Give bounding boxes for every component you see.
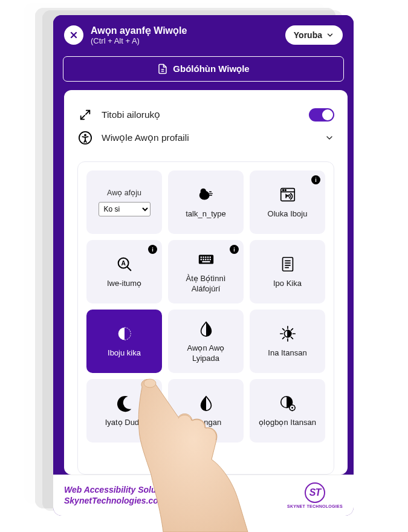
logo-caption: SKYNET TECHNOLOGIES xyxy=(287,504,343,508)
tile-invert-colors[interactable]: Awọn Awọ Lyipada xyxy=(168,310,244,373)
browser-audio-icon xyxy=(278,185,297,204)
info-badge[interactable]: i xyxy=(148,245,157,254)
footer-line2: SkynetTechnologies.com xyxy=(64,496,185,507)
profiles-row[interactable]: Wiwọle Awọn profaili xyxy=(77,126,334,149)
tile-label: ọlọgbọn Itansan xyxy=(259,418,316,427)
tile-screen-reader[interactable]: i Oluka Iboju xyxy=(250,170,325,234)
tile-label: Awọn Awọ Lyipada xyxy=(173,343,239,363)
svg-rect-23 xyxy=(209,259,210,260)
invert-icon xyxy=(196,319,216,339)
header-text: Awọn ayanfẹ Wiwọle (Ctrl + Alt + A) xyxy=(91,25,278,45)
colorblind-select[interactable]: Ko si xyxy=(99,202,151,216)
tiles-grid: Awọ afọju Ko si talk_n_type i xyxy=(86,170,325,443)
svg-rect-22 xyxy=(207,259,208,260)
svg-rect-20 xyxy=(202,259,204,260)
tile-label: Ipo Kika xyxy=(273,279,302,288)
tile-label: talk_n_type xyxy=(186,209,226,219)
tile-dark-contrast[interactable]: Iyatọ Dudu xyxy=(86,379,162,443)
language-label: Yoruba xyxy=(294,30,322,40)
svg-point-8 xyxy=(282,190,283,191)
mask-icon xyxy=(115,324,134,343)
tile-reading-mask[interactable]: Iboju kika xyxy=(86,310,162,373)
svg-rect-17 xyxy=(207,257,208,258)
svg-rect-18 xyxy=(209,257,210,258)
oversize-toggle[interactable] xyxy=(309,108,334,122)
tile-smart-contrast[interactable]: ọlọgbọn Itansan xyxy=(250,379,325,443)
info-badge[interactable]: i xyxy=(230,245,239,254)
chevron-down-icon xyxy=(325,133,334,143)
svg-rect-16 xyxy=(205,257,206,258)
tiles-container: Awọ afọju Ko si talk_n_type i xyxy=(77,161,334,475)
svg-text:A: A xyxy=(121,260,126,267)
close-button[interactable] xyxy=(64,25,83,45)
tile-label: Àtẹ Bọ́tìnnì Aláfojúrí xyxy=(173,274,239,294)
svg-rect-14 xyxy=(200,257,201,258)
content-area: Titobi ailorukọ Wiwọle Awọn profaili Awọ… xyxy=(64,90,348,475)
info-badge[interactable]: i xyxy=(311,175,320,184)
contrast-gear-icon xyxy=(278,394,297,413)
panel-header: Awọn ayanfẹ Wiwọle (Ctrl + Alt + A) Yoru… xyxy=(53,15,354,56)
statement-label: Gbólóhùn Wiwọle xyxy=(173,63,249,74)
tile-label: Iyatọ Dudu xyxy=(105,418,144,427)
tile-talk-n-type[interactable]: talk_n_type xyxy=(168,170,244,234)
logo-badge: ST xyxy=(305,482,325,503)
language-selector[interactable]: Yoruba xyxy=(285,25,343,45)
close-icon xyxy=(69,30,79,40)
accessibility-panel: Awọn ayanfẹ Wiwọle (Ctrl + Alt + A) Yoru… xyxy=(53,15,354,516)
tile-dictionary[interactable]: i A Iwe-itumọ xyxy=(86,240,162,303)
moon-icon xyxy=(115,394,134,413)
document-icon xyxy=(157,63,168,74)
oversize-label: Titobi ailorukọ xyxy=(102,109,300,120)
svg-line-11 xyxy=(127,267,131,271)
footer-line1: Web Accessibility Solution By xyxy=(64,485,185,496)
chevron-down-icon xyxy=(326,31,334,39)
accessibility-icon xyxy=(77,131,93,144)
svg-point-5 xyxy=(200,189,206,194)
expand-icon xyxy=(77,108,93,122)
panel-title: Awọn ayanfẹ Wiwọle xyxy=(91,25,278,36)
accessibility-statement-button[interactable]: Gbólóhùn Wiwọle xyxy=(63,56,344,82)
document-lines-icon xyxy=(278,255,297,274)
tile-virtual-keyboard[interactable]: i Àtẹ Bọ́tìnnì Aláfojúrí xyxy=(168,240,244,303)
svg-rect-19 xyxy=(200,259,201,260)
tile-label: ọgangan xyxy=(190,418,221,427)
svg-point-9 xyxy=(285,190,286,191)
tile-light-contrast[interactable]: Ina Itansan xyxy=(250,310,325,373)
svg-rect-25 xyxy=(282,258,293,271)
footer-credit: Web Accessibility Solution By SkynetTech… xyxy=(64,485,185,506)
svg-point-34 xyxy=(291,407,293,409)
svg-rect-21 xyxy=(205,259,206,260)
speech-icon xyxy=(196,185,216,204)
svg-point-3 xyxy=(84,134,86,137)
footer-logo: ST SKYNET TECHNOLOGIES xyxy=(287,482,343,508)
tile-monochrome[interactable]: ọgangan xyxy=(168,379,244,443)
svg-rect-24 xyxy=(202,261,210,262)
sun-icon xyxy=(278,324,297,343)
droplet-half-icon xyxy=(196,394,216,413)
tile-colorblind-title: Awọ afọju xyxy=(107,188,141,197)
panel-footer: Web Accessibility Solution By SkynetTech… xyxy=(53,475,354,516)
keyboard-icon xyxy=(196,250,216,269)
svg-rect-15 xyxy=(202,257,204,258)
profiles-label: Wiwọle Awọn profaili xyxy=(102,132,316,143)
tile-label: Oluka Iboju xyxy=(268,209,308,219)
magnify-a-icon: A xyxy=(115,255,134,274)
tile-reading-mode[interactable]: Ipo Kika xyxy=(250,240,325,303)
panel-shortcut: (Ctrl + Alt + A) xyxy=(91,36,278,45)
tile-label: Ina Itansan xyxy=(268,348,306,358)
tile-label: Iwe-itumọ xyxy=(107,279,141,288)
tile-colorblind[interactable]: Awọ afọju Ko si xyxy=(86,170,162,234)
tile-label: Iboju kika xyxy=(108,348,141,358)
oversize-row: Titobi ailorukọ xyxy=(77,103,334,126)
